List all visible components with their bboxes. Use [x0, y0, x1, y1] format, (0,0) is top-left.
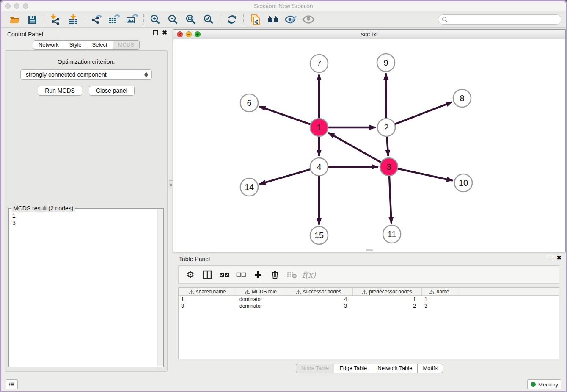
- memory-button[interactable]: Memory: [527, 379, 561, 389]
- import-network-icon[interactable]: [47, 13, 64, 26]
- network-canvas[interactable]: 7968124314101511: [173, 39, 565, 252]
- float-panel-icon[interactable]: [153, 30, 158, 35]
- cell-predecessor-nodes[interactable]: 2: [353, 303, 422, 309]
- search-input[interactable]: [450, 16, 558, 22]
- edge-2-9[interactable]: [386, 74, 386, 118]
- deselect-checkboxes-icon[interactable]: [234, 268, 249, 282]
- tab-node-table[interactable]: Node Table: [296, 364, 335, 373]
- column-header-shared-name[interactable]: shared name: [179, 288, 237, 295]
- eye-edit-icon[interactable]: [282, 13, 300, 26]
- graph-node-8[interactable]: 8: [453, 89, 471, 107]
- control-panel: Control Panel ✖ NetworkStyleSelectMCDS O…: [1, 28, 171, 378]
- graph-node-4[interactable]: 4: [310, 158, 328, 176]
- graph-node-15[interactable]: 15: [310, 226, 328, 244]
- memory-status-icon: [531, 382, 536, 387]
- edge-3-11[interactable]: [389, 176, 391, 223]
- graph-node-11[interactable]: 11: [383, 225, 401, 243]
- hierarchy-icon: [296, 290, 301, 294]
- toolbar-separator: [220, 14, 220, 25]
- close-panel-icon[interactable]: ✖: [162, 30, 167, 35]
- graph-node-2[interactable]: 2: [377, 119, 395, 136]
- table-row[interactable]: 1dominator411: [179, 296, 559, 303]
- column-header-predecessor-nodes[interactable]: predecessor nodes: [353, 288, 422, 295]
- main-toolbar: [1, 11, 566, 28]
- edge-2-3[interactable]: [387, 137, 388, 155]
- tab-motifs[interactable]: Motifs: [418, 364, 443, 373]
- edge-2-8[interactable]: [395, 102, 451, 124]
- column-header-MCDS-role[interactable]: MCDS role: [237, 288, 285, 295]
- mcds-result-box: MCDS result (2 nodes) 13: [8, 208, 164, 367]
- eye-icon[interactable]: [300, 13, 317, 26]
- tab-mcds[interactable]: MCDS: [113, 40, 140, 50]
- table-body: 1dominator4113dominator323: [179, 296, 559, 359]
- graph-node-7[interactable]: 7: [310, 55, 328, 72]
- split-view-icon[interactable]: [200, 268, 215, 282]
- tab-network[interactable]: Network: [33, 40, 64, 50]
- edge-3-10[interactable]: [398, 169, 452, 181]
- control-panel-tabs: NetworkStyleSelectMCDS: [1, 40, 171, 50]
- export-table-icon[interactable]: [105, 13, 123, 26]
- criterion-select[interactable]: strongly connected component: [20, 69, 152, 80]
- cell-MCDS-role[interactable]: dominator: [237, 303, 285, 309]
- refresh-icon[interactable]: [223, 13, 241, 26]
- mcds-result-line: 1: [12, 212, 160, 219]
- tab-style[interactable]: Style: [64, 40, 87, 50]
- network-resize-grip[interactable]: [366, 249, 373, 251]
- graph-node-14[interactable]: 14: [240, 178, 258, 196]
- network-view-window: ✕ − + scc.txt 7968124314101511: [173, 29, 566, 252]
- cell-name[interactable]: 3: [422, 303, 457, 309]
- close-table-panel-icon[interactable]: ✖: [556, 256, 561, 260]
- cell-shared-name[interactable]: 3: [179, 303, 237, 309]
- graph-node-10[interactable]: 10: [454, 174, 472, 192]
- trash-icon[interactable]: [267, 268, 283, 282]
- edge-4-14[interactable]: [260, 169, 310, 184]
- svg-text:15: 15: [314, 231, 324, 240]
- graph-node-1[interactable]: 1: [310, 119, 328, 136]
- cell-successor-nodes[interactable]: 3: [285, 303, 353, 309]
- import-table-icon[interactable]: [64, 13, 82, 26]
- cell-MCDS-role[interactable]: dominator: [237, 296, 285, 303]
- zoom-fit-icon[interactable]: [182, 13, 200, 26]
- result-scrollbar[interactable]: [157, 209, 163, 366]
- search-icon: [442, 17, 448, 22]
- table-row[interactable]: 3dominator323: [179, 303, 559, 309]
- memory-label: Memory: [538, 381, 558, 388]
- edge-1-6[interactable]: [260, 107, 311, 124]
- graph-node-3[interactable]: 3: [380, 158, 398, 176]
- delete-table-icon[interactable]: [284, 268, 300, 282]
- column-header-name[interactable]: name: [422, 288, 457, 295]
- export-network-icon[interactable]: [88, 13, 105, 26]
- save-icon[interactable]: [23, 13, 41, 26]
- folder-open-icon[interactable]: [6, 13, 23, 26]
- edge-3-1[interactable]: [329, 133, 381, 162]
- copy-network-icon[interactable]: [246, 13, 264, 26]
- cell-name[interactable]: 1: [422, 296, 457, 303]
- tab-network-table[interactable]: Network Table: [372, 364, 418, 373]
- task-history-button[interactable]: [6, 379, 18, 389]
- cell-predecessor-nodes[interactable]: 1: [353, 296, 422, 303]
- hierarchy-icon: [362, 290, 367, 294]
- float-table-panel-icon[interactable]: [548, 256, 552, 260]
- function-icon[interactable]: f(x): [301, 268, 317, 282]
- export-image-icon[interactable]: [123, 13, 141, 26]
- graph-node-9[interactable]: 9: [377, 54, 395, 72]
- network-window-titlebar[interactable]: ✕ − + scc.txt: [173, 30, 565, 39]
- column-header-successor-nodes[interactable]: successor nodes: [285, 288, 353, 295]
- zoom-selected-icon[interactable]: [200, 13, 217, 26]
- graph-node-6[interactable]: 6: [240, 94, 258, 112]
- zoom-in-icon[interactable]: [146, 13, 164, 26]
- run-mcds-button[interactable]: Run MCDS: [38, 86, 82, 96]
- home-icon[interactable]: [264, 13, 282, 26]
- tab-select[interactable]: Select: [87, 40, 113, 50]
- select-all-checkboxes-icon[interactable]: [217, 268, 232, 282]
- node-table: shared nameMCDS rolesuccessor nodesprede…: [178, 287, 559, 359]
- tab-edge-table[interactable]: Edge Table: [334, 364, 372, 373]
- gear-icon[interactable]: ⚙: [183, 268, 198, 282]
- zoom-out-icon[interactable]: [164, 13, 182, 26]
- close-panel-button[interactable]: Close panel: [89, 86, 135, 96]
- cell-shared-name[interactable]: 1: [179, 296, 237, 303]
- svg-text:3: 3: [386, 162, 391, 171]
- cell-successor-nodes[interactable]: 4: [285, 296, 353, 303]
- panel-splitter-grip[interactable]: [169, 180, 173, 188]
- add-row-icon[interactable]: [250, 268, 266, 282]
